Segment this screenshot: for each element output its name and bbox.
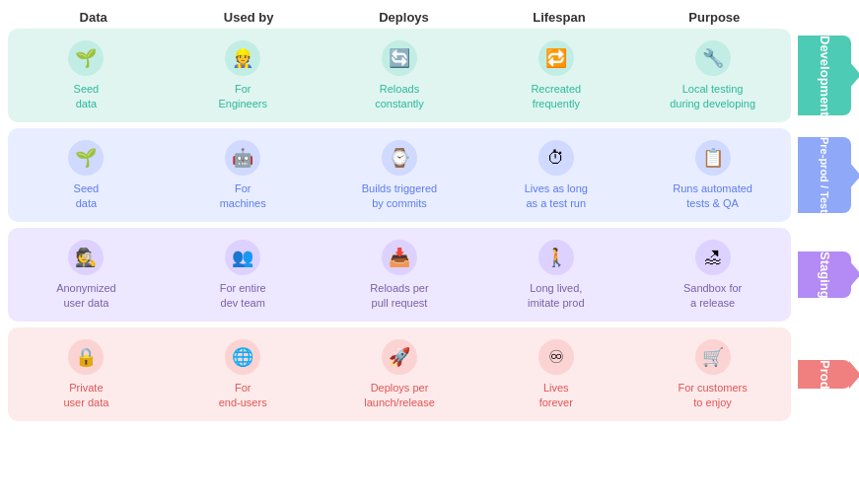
dev-deploys-icon: 🔄 [382, 40, 417, 76]
dev-usedby-label: ForEngineers [218, 82, 267, 110]
prod-side-container: Prod [794, 327, 851, 421]
dev-lifespan-icon: 🔁 [538, 40, 574, 76]
prod-data-label: Privateuser data [63, 381, 108, 409]
staging-purpose-icon: 🏖 [695, 240, 731, 275]
test-cell-purpose: 📋 Runs automatedtests & QA [634, 128, 791, 222]
prod-lifespan-icon: ♾ [538, 339, 574, 375]
dev-cell-lifespan: 🔁 Recreatedfrequently [477, 29, 634, 122]
test-purpose-icon: 📋 [695, 140, 731, 176]
dev-side-label: Development [798, 36, 851, 116]
prod-purpose-label: For customersto enjoy [678, 381, 747, 409]
dev-usedby-icon: 👷 [225, 40, 260, 76]
prod-cell-deploys: 🚀 Deploys perlaunch/release [322, 327, 478, 421]
row-prod: 🔒 Privateuser data 🌐 Forend-users 🚀 Depl… [8, 327, 851, 421]
test-cell-deploys: ⌚ Builds triggeredby commits [322, 128, 478, 222]
staging-side-label: Staging [798, 252, 851, 299]
prod-cell-usedby: 🌐 Forend-users [165, 327, 322, 421]
staging-deploys-label: Reloads perpull request [370, 281, 428, 310]
prod-usedby-label: Forend-users [219, 381, 267, 409]
row-development: 🌱 Seeddata 👷 ForEngineers 🔄 Reloadsconst… [8, 29, 851, 122]
prod-side-label: Prod [798, 360, 851, 390]
test-cells: 🌱 Seeddata 🤖 Formachines ⌚ Builds trigge… [8, 128, 791, 222]
dev-purpose-label: Local testingduring developing [670, 82, 755, 110]
dev-cell-usedby: 👷 ForEngineers [165, 29, 322, 122]
prod-data-icon: 🔒 [68, 339, 104, 375]
staging-cells: 🕵 Anonymizeduser data 👥 For entiredev te… [8, 228, 791, 322]
dev-lifespan-label: Recreatedfrequently [531, 82, 581, 110]
prod-purpose-icon: 🛒 [695, 339, 731, 375]
test-lifespan-label: Lives as longas a test run [525, 181, 588, 210]
staging-side-container: Staging [794, 228, 851, 322]
column-headers: Data Used by Deploys Lifespan Purpose [8, 10, 851, 25]
staging-usedby-label: For entiredev team [220, 281, 266, 310]
prod-cell-lifespan: ♾ Livesforever [477, 327, 634, 421]
row-staging: 🕵 Anonymizeduser data 👥 For entiredev te… [8, 228, 851, 322]
dev-arrow [849, 61, 859, 89]
prod-usedby-icon: 🌐 [225, 339, 260, 375]
row-test: 🌱 Seeddata 🤖 Formachines ⌚ Builds trigge… [8, 128, 851, 222]
test-side-label: Pre-prod / Test [798, 137, 851, 213]
prod-cells: 🔒 Privateuser data 🌐 Forend-users 🚀 Depl… [8, 327, 791, 421]
staging-cell-data: 🕵 Anonymizeduser data [8, 228, 165, 322]
main-container: Data Used by Deploys Lifespan Purpose 🌱 … [0, 0, 859, 504]
dev-deploys-label: Reloadsconstantly [375, 82, 424, 110]
col-header-data: Data [16, 10, 171, 25]
test-usedby-label: Formachines [220, 181, 266, 210]
col-header-usedby: Used by [171, 10, 325, 25]
staging-arrow [849, 260, 859, 288]
dev-cells: 🌱 Seeddata 👷 ForEngineers 🔄 Reloadsconst… [8, 29, 791, 122]
prod-cell-data: 🔒 Privateuser data [8, 327, 165, 421]
test-lifespan-icon: ⏱ [538, 140, 574, 176]
prod-cell-purpose: 🛒 For customersto enjoy [634, 327, 791, 421]
dev-data-label: Seeddata [74, 82, 100, 110]
staging-cell-purpose: 🏖 Sandbox fora release [634, 228, 791, 322]
test-cell-data: 🌱 Seeddata [8, 128, 165, 222]
staging-cell-deploys: 📥 Reloads perpull request [322, 228, 478, 322]
dev-cell-data: 🌱 Seeddata [8, 29, 165, 122]
prod-deploys-icon: 🚀 [382, 339, 417, 375]
test-deploys-icon: ⌚ [382, 140, 417, 176]
prod-deploys-label: Deploys perlaunch/release [364, 381, 435, 409]
staging-data-icon: 🕵 [68, 240, 104, 275]
dev-cell-purpose: 🔧 Local testingduring developing [634, 29, 791, 122]
test-side-container: Pre-prod / Test [794, 128, 851, 222]
col-header-lifespan: Lifespan [481, 10, 636, 25]
staging-deploys-icon: 📥 [382, 240, 417, 275]
staging-purpose-label: Sandbox fora release [683, 281, 742, 310]
test-purpose-label: Runs automatedtests & QA [673, 181, 752, 210]
staging-cell-usedby: 👥 For entiredev team [165, 228, 322, 322]
dev-purpose-icon: 🔧 [695, 40, 731, 76]
test-usedby-icon: 🤖 [225, 140, 260, 176]
test-data-icon: 🌱 [68, 140, 104, 176]
staging-cell-lifespan: 🚶 Long lived,imitate prod [477, 228, 634, 322]
staging-lifespan-label: Long lived,imitate prod [528, 281, 584, 310]
test-arrow [849, 162, 859, 189]
test-cell-lifespan: ⏱ Lives as longas a test run [477, 128, 634, 222]
rows-area: 🌱 Seeddata 👷 ForEngineers 🔄 Reloadsconst… [8, 29, 851, 421]
test-data-label: Seeddata [74, 181, 100, 210]
test-cell-usedby: 🤖 Formachines [165, 128, 322, 222]
dev-data-icon: 🌱 [68, 40, 104, 76]
dev-cell-deploys: 🔄 Reloadsconstantly [322, 29, 478, 122]
dev-side-container: Development [794, 29, 851, 122]
staging-usedby-icon: 👥 [225, 240, 260, 275]
prod-arrow [849, 361, 859, 389]
prod-lifespan-label: Livesforever [539, 381, 573, 409]
staging-lifespan-icon: 🚶 [538, 240, 574, 275]
test-deploys-label: Builds triggeredby commits [362, 181, 437, 210]
col-header-purpose: Purpose [637, 10, 792, 25]
col-header-deploys: Deploys [326, 10, 481, 25]
staging-data-label: Anonymizeduser data [56, 281, 116, 310]
